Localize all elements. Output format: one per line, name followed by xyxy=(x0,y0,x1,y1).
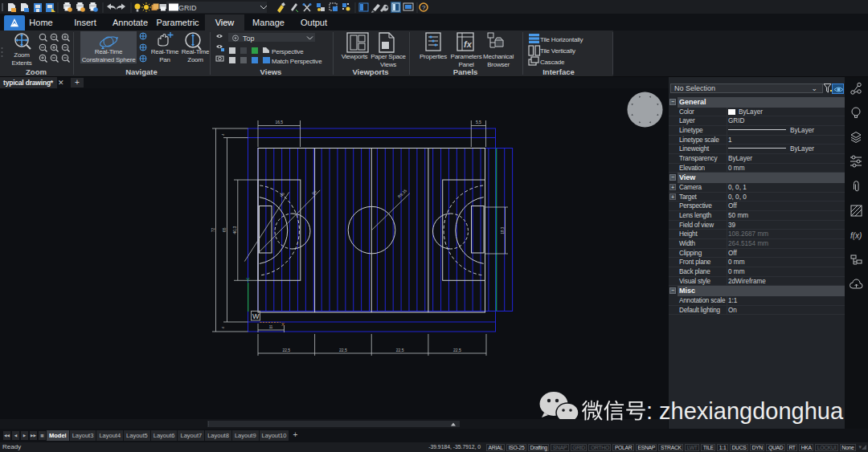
svg-text:22,5: 22,5 xyxy=(282,348,290,352)
svg-text:40,3: 40,3 xyxy=(232,226,237,234)
svg-text:W: W xyxy=(252,312,260,320)
svg-text:22,5: 22,5 xyxy=(339,348,347,352)
svg-text:R9,15: R9,15 xyxy=(397,188,408,199)
svg-text:?: ? xyxy=(422,4,426,11)
svg-text:Match Perspective: Match Perspective xyxy=(272,58,322,65)
svg-text:4: 4 xyxy=(221,326,225,328)
svg-text:16,5: 16,5 xyxy=(275,120,283,124)
svg-text:Cascade: Cascade xyxy=(540,59,565,66)
svg-text:: zhexiangdonghua: : zhexiangdonghua xyxy=(646,398,844,424)
svg-text:22,5: 22,5 xyxy=(453,348,461,352)
svg-text:Tile Vertically: Tile Vertically xyxy=(540,47,575,55)
svg-text:5,5: 5,5 xyxy=(476,120,481,124)
svg-text:f(x): f(x) xyxy=(850,231,862,240)
svg-text:65: 65 xyxy=(222,227,227,232)
svg-text:22,5: 22,5 xyxy=(396,348,404,352)
svg-text:R9: R9 xyxy=(311,189,317,196)
svg-text:fx: fx xyxy=(464,39,473,49)
svg-text:Perspective: Perspective xyxy=(272,48,304,55)
svg-text:72: 72 xyxy=(211,228,215,233)
svg-text:Tile Horizontally: Tile Horizontally xyxy=(540,36,583,43)
svg-text:Top: Top xyxy=(243,35,255,43)
svg-text:18,3: 18,3 xyxy=(501,226,505,234)
svg-text:x: x xyxy=(281,320,285,328)
svg-text:4: 4 xyxy=(221,133,225,136)
svg-text:Y: Y xyxy=(246,277,250,283)
svg-text:11: 11 xyxy=(269,325,273,329)
svg-text:GRID: GRID xyxy=(178,4,197,12)
